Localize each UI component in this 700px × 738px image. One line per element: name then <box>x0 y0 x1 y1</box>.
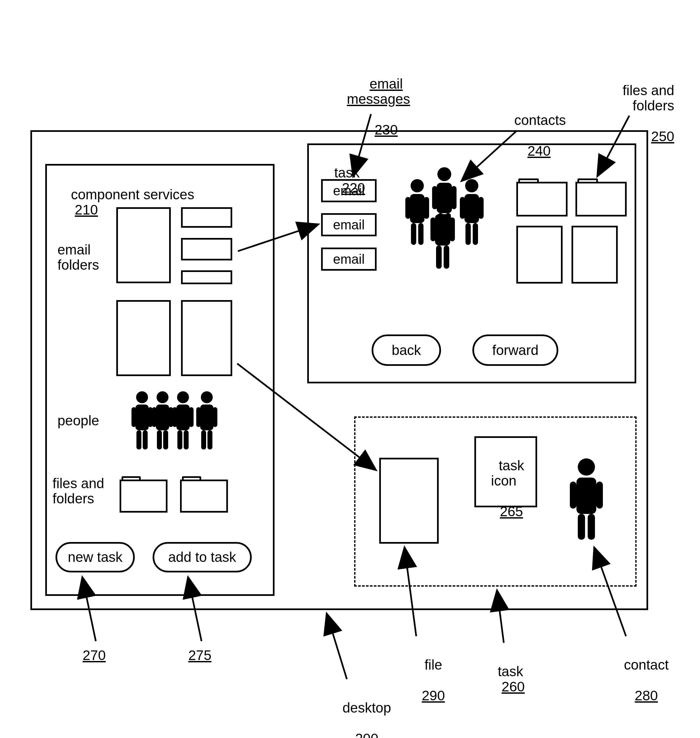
svg-rect-9 <box>169 407 173 427</box>
file-290[interactable] <box>379 458 439 544</box>
callout-task-260: task 260 <box>482 649 525 710</box>
svg-rect-11 <box>163 430 168 449</box>
svg-rect-23 <box>207 430 212 449</box>
svg-rect-27 <box>451 186 457 209</box>
svg-rect-47 <box>444 246 449 269</box>
svg-rect-19 <box>200 405 213 430</box>
svg-rect-49 <box>576 477 596 514</box>
task-file-1[interactable] <box>516 226 563 284</box>
svg-rect-52 <box>578 514 585 540</box>
svg-rect-8 <box>152 407 157 427</box>
svg-line-64 <box>327 615 347 679</box>
svg-rect-45 <box>450 218 455 241</box>
document-item-2[interactable] <box>181 300 232 376</box>
svg-rect-43 <box>435 214 450 246</box>
svg-rect-22 <box>201 430 206 449</box>
callout-275: 275 <box>188 648 212 663</box>
svg-rect-32 <box>405 197 410 219</box>
forward-button[interactable]: forward <box>472 334 558 366</box>
files-folders-label-cs: files and folders <box>53 476 104 506</box>
contacts-icon-group[interactable] <box>395 167 494 276</box>
svg-rect-31 <box>410 194 425 223</box>
callout-desktop-200: desktop 200 <box>327 685 391 738</box>
callout-file-290: file 290 <box>406 642 445 719</box>
svg-rect-1 <box>135 405 149 430</box>
svg-point-48 <box>578 458 595 476</box>
svg-point-24 <box>437 167 451 181</box>
svg-rect-41 <box>473 223 478 245</box>
svg-rect-7 <box>156 405 169 430</box>
svg-rect-46 <box>436 246 442 269</box>
svg-rect-15 <box>189 407 194 427</box>
callout-contact-280: contact 280 <box>609 642 669 719</box>
add-to-task-button[interactable]: add to task <box>153 542 252 572</box>
new-task-button[interactable]: new task <box>56 542 135 572</box>
back-button[interactable]: back <box>372 334 441 366</box>
svg-point-18 <box>201 391 213 403</box>
svg-rect-51 <box>596 482 603 509</box>
svg-rect-21 <box>213 407 218 427</box>
contact-280-icon[interactable] <box>566 458 606 544</box>
svg-point-12 <box>177 391 189 403</box>
people-icon-group[interactable] <box>131 390 223 454</box>
svg-rect-4 <box>137 430 141 449</box>
svg-rect-33 <box>424 197 429 219</box>
svg-rect-3 <box>148 407 153 427</box>
svg-rect-39 <box>478 197 484 219</box>
folder-cs-1[interactable] <box>119 480 168 513</box>
svg-point-6 <box>157 391 169 403</box>
svg-rect-14 <box>172 407 177 427</box>
svg-rect-40 <box>465 223 471 245</box>
task-file-2[interactable] <box>572 226 618 284</box>
svg-rect-38 <box>460 197 465 219</box>
email-item-3[interactable]: email <box>321 247 376 271</box>
svg-rect-17 <box>184 430 189 449</box>
task-folder-1[interactable] <box>516 182 568 217</box>
svg-rect-50 <box>570 482 576 509</box>
svg-rect-44 <box>431 218 436 241</box>
callout-270: 270 <box>82 648 106 663</box>
svg-rect-2 <box>131 407 136 427</box>
email-folder-small-3[interactable] <box>181 270 232 284</box>
svg-rect-20 <box>196 407 201 427</box>
email-folders-label: email folders <box>57 242 99 273</box>
svg-rect-37 <box>465 194 479 223</box>
email-folder-large[interactable] <box>116 207 171 283</box>
svg-point-0 <box>136 391 148 403</box>
task-folder-2[interactable] <box>575 182 626 217</box>
email-folder-small-2[interactable] <box>181 238 232 261</box>
task-icon-label: task icon 265 <box>483 443 524 535</box>
svg-point-42 <box>436 199 450 212</box>
email-item-2[interactable]: email <box>321 213 376 236</box>
email-folder-small-1[interactable] <box>181 207 232 228</box>
svg-rect-5 <box>143 430 148 449</box>
email-item-1[interactable]: email <box>321 179 376 202</box>
svg-point-36 <box>465 179 478 192</box>
svg-rect-16 <box>177 430 182 449</box>
svg-rect-53 <box>588 514 595 540</box>
svg-rect-10 <box>157 430 162 449</box>
document-item-1[interactable] <box>116 300 171 376</box>
svg-rect-34 <box>411 223 416 245</box>
folder-cs-2[interactable] <box>180 480 228 513</box>
svg-rect-35 <box>418 223 424 245</box>
svg-rect-13 <box>176 405 190 430</box>
people-label: people <box>57 413 99 428</box>
svg-point-30 <box>410 179 424 192</box>
